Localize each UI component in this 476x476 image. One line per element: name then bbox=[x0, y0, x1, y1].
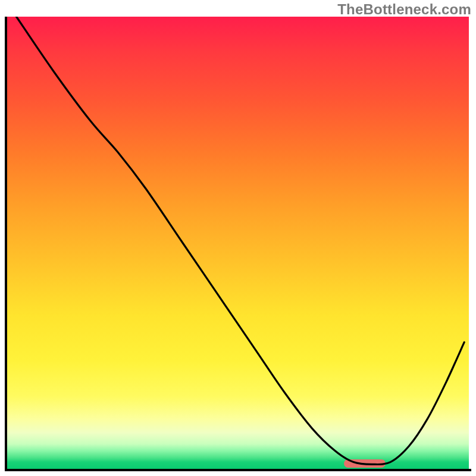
chart-wrapper: TheBottleneck.com bbox=[0, 0, 476, 476]
bottleneck-curve bbox=[7, 17, 469, 469]
watermark-text: TheBottleneck.com bbox=[337, 1, 471, 18]
x-axis bbox=[5, 469, 471, 471]
